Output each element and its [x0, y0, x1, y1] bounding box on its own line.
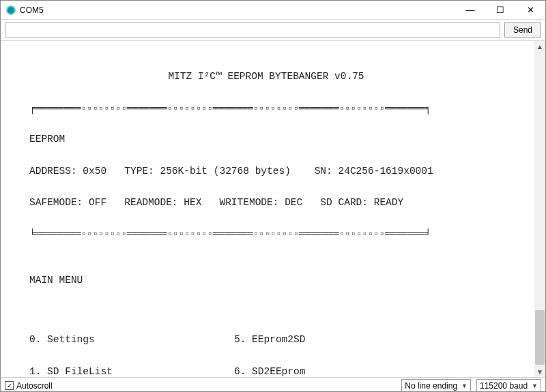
send-button[interactable]: Send [504, 22, 541, 37]
maximize-button[interactable]: ☐ [485, 1, 515, 20]
checkbox-icon: ✓ [5, 381, 14, 390]
menu-item: 5. EEprom2SD [234, 332, 439, 348]
app-title: MITZ I²C™ EEPROM BYTEBANGER v0.75 [29, 69, 503, 85]
vertical-scrollbar[interactable]: ▲ ▼ [534, 41, 545, 377]
baud-select[interactable]: 115200 baud ▼ [476, 379, 541, 393]
scroll-down-icon[interactable]: ▼ [534, 366, 545, 377]
window-title: COM5 [20, 5, 455, 15]
autoscroll-checkbox[interactable]: ✓ Autoscroll [5, 381, 53, 391]
line-ending-select[interactable]: No line ending ▼ [401, 379, 471, 393]
close-button[interactable]: ✕ [515, 1, 545, 20]
menu-item: 0. Settings [29, 332, 234, 348]
menu-title: MAIN MENU [29, 273, 530, 288]
serial-input[interactable] [5, 22, 500, 37]
chevron-down-icon: ▼ [532, 382, 538, 389]
menu-col-left: 0. Settings 1. SD FileList 2. ByteScan 3… [29, 316, 234, 377]
minimize-button[interactable]: — [455, 1, 485, 20]
terminal-pane: MITZ I²C™ EEPROM BYTEBANGER v0.75 ╒═════… [1, 40, 545, 377]
border-bottom: ╘════════▫▫▫▫▫▫▫▫═══════▫▫▫▫▫▫▫▫═══════▫… [29, 226, 530, 241]
menu-item: 6. SD2EEprom [234, 364, 439, 377]
toolbar: Send [1, 20, 545, 40]
status-line-2: SAFEMODE: OFF READMODE: HEX WRITEMODE: D… [29, 195, 530, 211]
status-line-1: ADDRESS: 0x50 TYPE: 256K-bit (32768 byte… [29, 164, 530, 179]
status-bar: ✓ Autoscroll No line ending ▼ 115200 bau… [1, 377, 545, 392]
scroll-up-icon[interactable]: ▲ [534, 41, 545, 52]
baud-value: 115200 baud [480, 381, 528, 391]
arduino-icon [6, 5, 16, 15]
chevron-down-icon: ▼ [461, 382, 468, 389]
menu-item: 1. SD FileList [29, 364, 234, 377]
window-titlebar: COM5 — ☐ ✕ [1, 1, 545, 20]
border-top: ╒════════▫▫▫▫▫▫▫▫═══════▫▫▫▫▫▫▫▫═══════▫… [29, 101, 530, 116]
scroll-thumb[interactable] [535, 310, 545, 365]
menu-columns: 0. Settings 1. SD FileList 2. ByteScan 3… [29, 316, 530, 377]
header-label: EEPROM [29, 132, 530, 147]
line-ending-value: No line ending [405, 381, 457, 391]
menu-col-right: 5. EEprom2SD 6. SD2EEprom 7. SaveSetting… [234, 316, 439, 377]
serial-output: MITZ I²C™ EEPROM BYTEBANGER v0.75 ╒═════… [1, 41, 545, 377]
autoscroll-label: Autoscroll [16, 381, 53, 391]
